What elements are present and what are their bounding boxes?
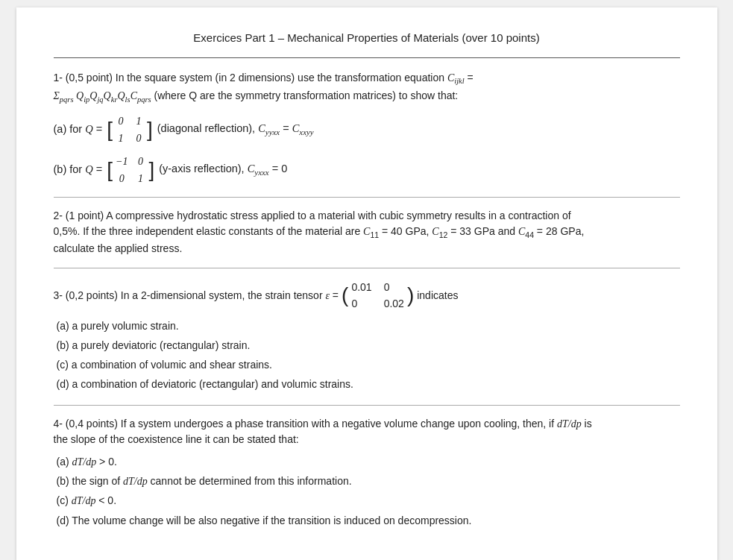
q4-item-b: (b) the sign of dT/dp cannot be determin… (57, 472, 680, 491)
q1-a-label: (a) for Q = (54, 122, 103, 138)
q1-b-desc: (y-axis reflection), Cyxxx = 0 (159, 161, 287, 178)
q1-text2: Σpqrs QipQjqQkrQlsCpqrs (where Q are the… (54, 89, 459, 101)
q3-item-d: (d) a combination of deviatoric (rectang… (57, 375, 680, 394)
bracket-right-b: ] (148, 160, 154, 180)
q4-item-a: (a) dT/dp > 0. (57, 453, 680, 471)
matrix-inner-b: −1 0 0 1 (113, 154, 148, 186)
q3-m01: 0 (384, 279, 404, 295)
q4-text: 4- (0,4 points) If a system undergoes a … (54, 416, 680, 448)
cell-b11: 1 (135, 171, 145, 186)
bracket-right: ] (147, 119, 153, 140)
bracket-left-b: [ (107, 160, 113, 180)
q3-paren-left: ( (342, 285, 348, 306)
divider-1 (54, 197, 680, 198)
q3-item-a: (a) a purely volumic strain. (57, 317, 680, 336)
cell-b00: −1 (116, 154, 128, 169)
cell-10: 1 (116, 130, 126, 146)
cell-11: 0 (133, 130, 144, 146)
q4-items: (a) dT/dp > 0. (b) the sign of dT/dp can… (57, 453, 680, 530)
q3-m10: 0 (351, 295, 371, 312)
q1-part-a: (a) for Q = [ 0 1 1 0 ] (diagonal reflec… (54, 113, 680, 146)
q4-item-d: (d) The volume change will be also negat… (57, 512, 680, 530)
question-2: 2- (1 point) A compressive hydrostatic s… (54, 208, 680, 257)
matrix-inner: 0 1 1 0 (113, 113, 147, 146)
q3-item-b: (b) a purely deviatoric (rectangular) st… (57, 336, 680, 355)
q3-indicates: indicates (417, 287, 458, 303)
top-divider (54, 57, 680, 58)
q1-text: 1- (0,5 point) In the square system (in … (54, 72, 474, 84)
divider-2 (54, 268, 680, 268)
q2-text: 2- (1 point) A compressive hydrostatic s… (54, 208, 680, 257)
q3-text: 3- (0,2 points) In a 2-dimensional syste… (54, 287, 339, 304)
question-3: 3- (0,2 points) In a 2-dimensional syste… (54, 279, 680, 394)
q1-intro: 1- (0,5 point) In the square system (in … (54, 70, 680, 106)
q1-b-label: (b) for Q = (54, 162, 103, 178)
divider-3 (54, 405, 680, 406)
question-4: 4- (0,4 points) If a system undergoes a … (54, 416, 680, 530)
cell-b01: 0 (135, 154, 145, 169)
q1-part-b: (b) for Q = [ −1 0 0 1 ] (y-axis reflect… (54, 154, 680, 186)
q3-m11: 0.02 (384, 295, 404, 312)
cell-00: 0 (116, 113, 126, 129)
bracket-left: [ (107, 119, 113, 140)
q1-b-matrix: [ −1 0 0 1 ] (107, 154, 154, 186)
q3-paren-right: ) (407, 285, 414, 306)
page: Exercices Part 1 – Mechanical Properties… (16, 7, 717, 560)
q4-item-c: (c) dT/dp < 0. (57, 491, 680, 510)
q3-items: (a) a purely volumic strain. (b) a purel… (57, 317, 680, 394)
page-title: Exercices Part 1 – Mechanical Properties… (54, 30, 680, 47)
q1-a-desc: (diagonal reflection), Cyyxx = Cxxyy (157, 121, 314, 138)
q3-intro-line: 3- (0,2 points) In a 2-dimensional syste… (54, 279, 680, 312)
q3-matrix: 0.01 0 0 0.02 (351, 279, 404, 312)
cell-b10: 0 (116, 171, 128, 186)
cell-01: 1 (133, 113, 144, 129)
question-1: 1- (0,5 point) In the square system (in … (54, 70, 680, 186)
q3-m00: 0.01 (351, 279, 371, 295)
q1-a-matrix: [ 0 1 1 0 ] (107, 113, 153, 146)
q3-item-c: (c) a combination of volumic and shear s… (57, 356, 680, 374)
